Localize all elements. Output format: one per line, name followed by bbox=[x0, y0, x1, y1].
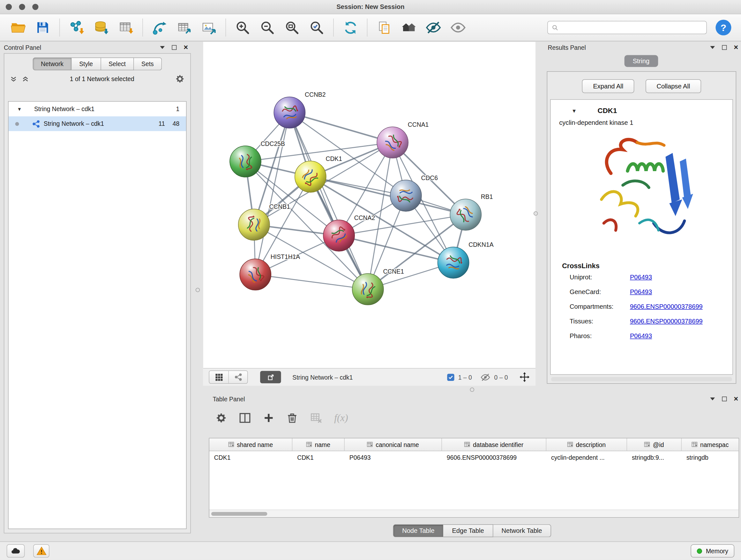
column-header-canonical-name[interactable]: canonical name bbox=[345, 438, 442, 451]
network-canvas[interactable]: CCNB2CCNA1CDC25BCDK1CDC6RB1CCNB1CCNA2CDK… bbox=[203, 42, 536, 368]
control-panel-body: Network Style Select Sets 1 of 1 Network… bbox=[4, 53, 191, 534]
column-header-description[interactable]: description bbox=[546, 438, 627, 451]
crosslink-pharos[interactable]: P06493 bbox=[630, 332, 652, 339]
add-column-icon[interactable] bbox=[263, 412, 274, 424]
collapse-all-icon[interactable] bbox=[10, 75, 17, 82]
detach-view-button[interactable] bbox=[260, 371, 281, 383]
expand-all-button[interactable]: Expand All bbox=[582, 79, 634, 93]
tab-network-table[interactable]: Network Table bbox=[493, 524, 551, 537]
tab-network[interactable]: Network bbox=[33, 57, 72, 70]
delete-column-icon[interactable] bbox=[286, 412, 298, 424]
table-settings-gear-icon[interactable] bbox=[215, 412, 227, 424]
control-panel-title: Control Panel bbox=[4, 44, 41, 51]
network-node-RB1[interactable] bbox=[450, 199, 481, 230]
cloud-status-button[interactable] bbox=[7, 544, 25, 558]
copy-document-button[interactable] bbox=[372, 17, 396, 38]
crosslink-tissues[interactable]: 9606.ENSP00000378699 bbox=[630, 318, 703, 325]
collapse-all-button[interactable]: Collapse All bbox=[646, 79, 701, 93]
crosslink-compartments[interactable]: 9606.ENSP00000378699 bbox=[630, 303, 703, 310]
close-button[interactable] bbox=[6, 4, 12, 10]
gear-icon[interactable] bbox=[175, 74, 185, 84]
network-node-CCNB1[interactable] bbox=[239, 209, 270, 240]
search-field[interactable] bbox=[547, 21, 707, 34]
network-node-CDK1[interactable] bbox=[295, 161, 326, 192]
network-row[interactable]: String Network – cdk1 11 48 bbox=[9, 116, 186, 131]
network-node-CCNE1[interactable] bbox=[352, 273, 384, 305]
save-session-button[interactable] bbox=[30, 17, 55, 38]
tab-select[interactable]: Select bbox=[101, 57, 134, 70]
import-network-database-button[interactable] bbox=[89, 17, 113, 38]
select-columns-icon[interactable] bbox=[239, 412, 251, 424]
import-network-file-button[interactable] bbox=[64, 17, 89, 38]
network-node-CCNB2[interactable] bbox=[274, 97, 305, 128]
import-table-file-button[interactable] bbox=[114, 17, 138, 38]
network-node-CCNA2[interactable] bbox=[323, 220, 354, 251]
clone-network-button[interactable] bbox=[147, 17, 172, 38]
tab-edge-table[interactable]: Edge Table bbox=[444, 524, 493, 537]
panel-float-icon[interactable] bbox=[722, 45, 727, 50]
network-node-CDC25B[interactable] bbox=[230, 146, 261, 177]
search-input[interactable] bbox=[562, 23, 703, 32]
tab-style[interactable]: Style bbox=[71, 57, 101, 70]
zoom-selected-button[interactable] bbox=[304, 17, 329, 38]
zoom-in-button[interactable] bbox=[230, 17, 255, 38]
panel-close-icon[interactable]: × bbox=[184, 45, 188, 50]
minimize-button[interactable] bbox=[19, 4, 25, 10]
crosslink-genecard[interactable]: P06493 bbox=[630, 288, 652, 295]
panel-close-icon[interactable]: × bbox=[734, 45, 738, 50]
network-node-CDKN1A[interactable] bbox=[437, 247, 469, 278]
panel-close-icon[interactable]: × bbox=[734, 396, 738, 401]
column-header-database-identifier[interactable]: database identifier bbox=[442, 438, 546, 451]
zoom-out-button[interactable] bbox=[255, 17, 280, 38]
help-button[interactable]: ? bbox=[715, 18, 733, 37]
column-header-name[interactable]: name bbox=[292, 438, 345, 451]
collapse-triangle-icon[interactable]: ▼ bbox=[17, 106, 22, 111]
selected-checkbox[interactable] bbox=[447, 374, 454, 381]
left-splitter-handle[interactable] bbox=[196, 288, 200, 292]
column-header-shared-name[interactable]: shared name bbox=[209, 438, 292, 451]
scrollbar-thumb[interactable] bbox=[211, 512, 267, 516]
svg-text:?: ? bbox=[721, 22, 726, 33]
function-builder-button: f(x) bbox=[334, 412, 348, 424]
expand-all-icon[interactable] bbox=[22, 75, 29, 82]
memory-button[interactable]: Memory bbox=[690, 544, 734, 558]
column-header-namespace[interactable]: namespac bbox=[682, 438, 739, 451]
bottom-splitter-handle[interactable] bbox=[470, 388, 474, 392]
results-scrollbar[interactable] bbox=[551, 377, 732, 381]
network-collection-row[interactable]: ▼ String Network – cdk1 1 bbox=[9, 102, 186, 116]
hide-graphics-details-button[interactable] bbox=[421, 17, 446, 38]
network-node-CCNA1[interactable] bbox=[377, 127, 408, 158]
show-graphics-details-button[interactable] bbox=[446, 17, 470, 38]
panel-float-icon[interactable] bbox=[172, 45, 177, 50]
pan-move-icon[interactable] bbox=[519, 372, 530, 382]
gene-symbol: CDK1 bbox=[598, 106, 617, 114]
export-image-button[interactable] bbox=[197, 17, 221, 38]
panel-float-icon[interactable] bbox=[722, 396, 727, 401]
network-node-CDC6[interactable] bbox=[390, 180, 421, 211]
cell-description: cyclin-dependent ... bbox=[546, 451, 627, 464]
tab-node-table[interactable]: Node Table bbox=[393, 524, 444, 537]
panel-menu-icon[interactable] bbox=[710, 397, 715, 400]
right-splitter-handle[interactable] bbox=[534, 211, 538, 215]
network-overview-button[interactable] bbox=[228, 371, 247, 383]
panel-menu-icon[interactable] bbox=[710, 46, 715, 49]
refresh-layout-button[interactable] bbox=[338, 17, 362, 38]
table-horizontal-scrollbar[interactable] bbox=[209, 509, 739, 517]
column-header-id[interactable]: @id bbox=[627, 438, 682, 451]
crosslink-uniprot[interactable]: P06493 bbox=[630, 273, 652, 281]
export-table-button[interactable] bbox=[172, 17, 196, 38]
panel-menu-icon[interactable] bbox=[160, 46, 165, 49]
edge-count: 48 bbox=[173, 120, 180, 127]
warnings-button[interactable] bbox=[33, 544, 50, 558]
network-node-HIST1H1A[interactable] bbox=[240, 259, 271, 290]
zoom-fit-button[interactable] bbox=[280, 17, 304, 38]
open-session-button[interactable] bbox=[6, 17, 30, 38]
memory-status-dot bbox=[697, 548, 702, 553]
birds-eye-view-button[interactable] bbox=[209, 371, 228, 383]
table-row[interactable]: CDK1 CDK1 P06493 9606.ENSP00000378699 cy… bbox=[209, 451, 739, 464]
zoom-button[interactable] bbox=[32, 4, 38, 10]
home-windows-button[interactable] bbox=[396, 17, 421, 38]
tab-string[interactable]: String bbox=[624, 55, 658, 67]
collapse-triangle-icon[interactable]: ▼ bbox=[571, 108, 577, 113]
tab-sets[interactable]: Sets bbox=[134, 57, 162, 70]
